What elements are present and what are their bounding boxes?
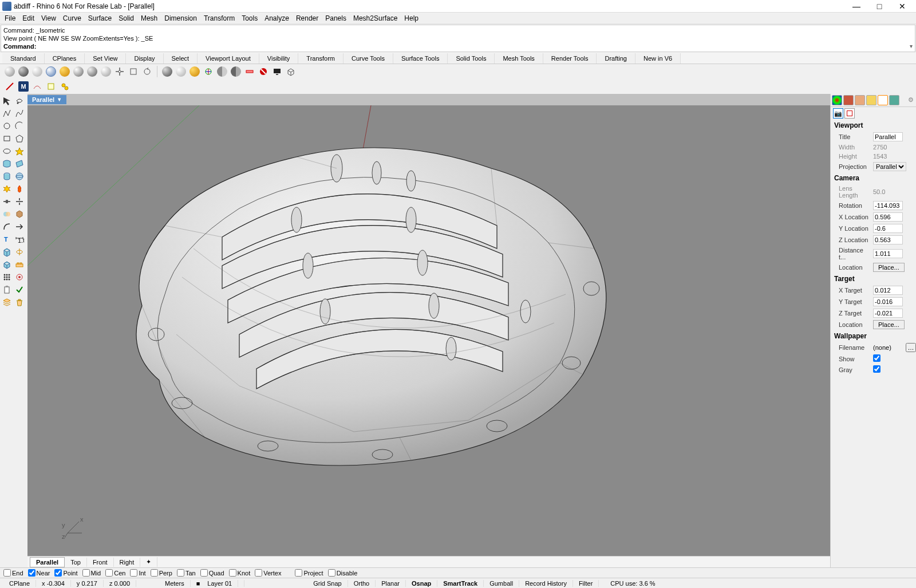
tab-mesh-tools[interactable]: Mesh Tools xyxy=(495,53,543,64)
sphere-gray-icon[interactable] xyxy=(161,65,173,78)
osnap-check-disable[interactable] xyxy=(328,569,335,577)
shade-wire-icon[interactable] xyxy=(3,65,16,78)
shade-technical-icon[interactable] xyxy=(72,65,85,78)
panel-tab-layers[interactable] xyxy=(843,95,854,105)
tab-transform[interactable]: Transform xyxy=(298,53,344,64)
osnap-check-near[interactable] xyxy=(28,569,35,577)
input-title[interactable] xyxy=(873,132,903,141)
osnap-near[interactable]: Near xyxy=(28,569,50,577)
menu-surface[interactable]: Surface xyxy=(85,13,115,23)
input-yt[interactable] xyxy=(873,297,903,306)
menu-tools[interactable]: Tools xyxy=(238,13,261,23)
panel-tab-libraries[interactable] xyxy=(878,95,888,105)
status-ortho[interactable]: Ortho xyxy=(348,580,376,587)
btn-browse-file[interactable]: … xyxy=(906,343,916,352)
viewport-canvas[interactable]: xyz xyxy=(27,105,830,556)
trash-icon[interactable] xyxy=(14,297,25,308)
lasso-icon[interactable] xyxy=(14,95,25,106)
split-icon[interactable] xyxy=(14,196,25,207)
shade-artistic-icon[interactable] xyxy=(86,65,98,78)
osnap-check-quad[interactable] xyxy=(200,569,208,577)
status-gumball[interactable]: Gumball xyxy=(484,580,519,587)
star-icon[interactable] xyxy=(14,145,25,157)
clip-plane-icon[interactable] xyxy=(243,65,256,78)
shade-pen-icon[interactable] xyxy=(100,65,112,78)
osnap-mid[interactable]: Mid xyxy=(82,569,101,577)
rotate-icon[interactable] xyxy=(141,65,153,78)
sphere-light-icon[interactable] xyxy=(175,65,187,78)
btn-place-camera[interactable]: Place... xyxy=(873,263,905,272)
osnap-check-end[interactable] xyxy=(3,569,11,577)
osnap-check-knot[interactable] xyxy=(229,569,236,577)
menu-edit[interactable]: Edit xyxy=(19,13,38,23)
zoom-icon[interactable] xyxy=(127,65,140,78)
osnap-int[interactable]: Int xyxy=(130,569,145,577)
tab-viewport-layout[interactable]: Viewport Layout xyxy=(198,53,259,64)
menu-transform[interactable]: Transform xyxy=(200,13,238,23)
panel-tab-help[interactable] xyxy=(866,95,876,105)
layers-icon[interactable] xyxy=(1,297,13,308)
surface-icon[interactable] xyxy=(1,158,13,169)
subtab-camera-icon[interactable]: 📷 xyxy=(833,108,843,119)
osnap-tan[interactable]: Tan xyxy=(177,569,196,577)
tab-display[interactable]: Display xyxy=(126,53,163,64)
shade-xray-icon[interactable] xyxy=(45,65,57,78)
input-dist[interactable] xyxy=(873,249,903,258)
tab-cplanes[interactable]: CPlanes xyxy=(45,53,85,64)
arc-icon[interactable] xyxy=(14,120,25,132)
tab-solid-tools[interactable]: Solid Tools xyxy=(448,53,495,64)
osnap-cen[interactable]: Cen xyxy=(105,569,125,577)
menu-panels[interactable]: Panels xyxy=(322,13,350,23)
menu-analyze[interactable]: Analyze xyxy=(261,13,293,23)
status-planar[interactable]: Planar xyxy=(376,580,406,587)
btn-place-target[interactable]: Place... xyxy=(873,320,905,329)
input-zloc[interactable] xyxy=(873,235,903,244)
sphere-split1-icon[interactable] xyxy=(216,65,228,78)
array-icon[interactable] xyxy=(1,271,13,283)
check-show[interactable] xyxy=(873,354,881,362)
input-rotation[interactable] xyxy=(873,201,903,210)
menu-mesh2surface[interactable]: Mesh2Surface xyxy=(350,13,401,23)
osnap-end[interactable]: End xyxy=(3,569,23,577)
status-smarttrack[interactable]: SmartTrack xyxy=(437,580,484,587)
menu-dimension[interactable]: Dimension xyxy=(161,13,200,23)
arrow2-icon[interactable] xyxy=(14,221,25,232)
shade-ghosted-icon[interactable] xyxy=(31,65,44,78)
tab-new-in-v6[interactable]: New in V6 xyxy=(635,53,681,64)
menu-file[interactable]: File xyxy=(1,13,19,23)
sphere-tool-icon[interactable] xyxy=(14,171,25,182)
bend-icon[interactable] xyxy=(1,221,13,232)
osnap-perp[interactable]: Perp xyxy=(151,569,172,577)
plane-icon[interactable] xyxy=(14,158,25,169)
vptab-add[interactable]: ✦ xyxy=(140,557,157,567)
shade-rendered-icon[interactable] xyxy=(58,65,71,78)
status-cplane[interactable]: CPlane xyxy=(3,580,36,587)
osnap-vertex[interactable]: Vertex xyxy=(255,569,281,577)
panel-tab-notes[interactable] xyxy=(889,95,899,105)
gears-icon[interactable] xyxy=(58,80,71,93)
vptab-parallel[interactable]: Parallel xyxy=(30,557,65,567)
menu-render[interactable]: Render xyxy=(293,13,322,23)
box3d-icon[interactable] xyxy=(1,259,13,270)
input-xloc[interactable] xyxy=(873,212,903,222)
flame-icon[interactable] xyxy=(14,183,25,195)
vptab-right[interactable]: Right xyxy=(114,558,141,567)
tab-render-tools[interactable]: Render Tools xyxy=(543,53,597,64)
text-icon[interactable]: T xyxy=(1,234,13,245)
input-yloc[interactable] xyxy=(873,224,903,233)
tab-visibility[interactable]: Visibility xyxy=(259,53,299,64)
command-bar[interactable]: Command: _Isometric View point ( NE NW S… xyxy=(1,25,915,52)
m-logo-icon[interactable]: M xyxy=(17,80,30,93)
ellipse-icon[interactable] xyxy=(1,145,13,157)
polyline-icon[interactable] xyxy=(1,108,13,119)
status-grid-snap[interactable]: Grid Snap xyxy=(307,580,348,587)
menu-solid[interactable]: Solid xyxy=(115,13,137,23)
box-icon[interactable] xyxy=(285,65,297,78)
osnap-quad[interactable]: Quad xyxy=(200,569,224,577)
menu-help[interactable]: Help xyxy=(401,13,422,23)
minimize-button[interactable]: — xyxy=(845,0,868,13)
revolve-icon[interactable] xyxy=(14,246,25,258)
no-display-icon[interactable] xyxy=(257,65,270,78)
osnap-check-project[interactable] xyxy=(295,569,302,577)
sphere-yellow-icon[interactable] xyxy=(188,65,201,78)
